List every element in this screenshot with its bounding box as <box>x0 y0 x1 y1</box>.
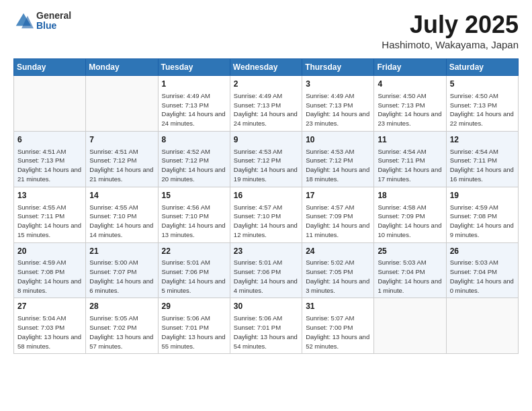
day-info: Sunrise: 4:50 AMSunset: 7:13 PMDaylight:… <box>450 91 515 128</box>
day-number: 22 <box>162 246 226 257</box>
day-number: 26 <box>450 246 515 257</box>
day-info: Sunrise: 4:53 AMSunset: 7:12 PMDaylight:… <box>306 147 370 184</box>
calendar-day-cell: 5Sunrise: 4:50 AMSunset: 7:13 PMDaylight… <box>446 76 518 132</box>
day-info: Sunrise: 5:04 AMSunset: 7:03 PMDaylight:… <box>17 314 82 351</box>
calendar-day-cell: 22Sunrise: 5:01 AMSunset: 7:06 PMDayligh… <box>158 242 230 298</box>
day-number: 18 <box>378 190 442 201</box>
day-number: 31 <box>306 301 370 312</box>
calendar-day-cell: 30Sunrise: 5:06 AMSunset: 7:01 PMDayligh… <box>230 298 302 354</box>
calendar-day-cell: 27Sunrise: 5:04 AMSunset: 7:03 PMDayligh… <box>14 298 86 354</box>
calendar-day-cell: 11Sunrise: 4:54 AMSunset: 7:11 PMDayligh… <box>374 131 446 187</box>
day-info: Sunrise: 4:54 AMSunset: 7:11 PMDaylight:… <box>378 147 442 184</box>
calendar-day-cell: 1Sunrise: 4:49 AMSunset: 7:13 PMDaylight… <box>158 76 230 132</box>
calendar-day-cell <box>446 298 518 354</box>
calendar-day-cell <box>374 298 446 354</box>
day-number: 16 <box>234 190 298 201</box>
day-info: Sunrise: 4:51 AMSunset: 7:13 PMDaylight:… <box>17 147 82 184</box>
day-info: Sunrise: 5:02 AMSunset: 7:05 PMDaylight:… <box>306 258 370 295</box>
logo-icon <box>13 11 34 31</box>
day-number: 11 <box>378 134 442 146</box>
calendar-week-row: 27Sunrise: 5:04 AMSunset: 7:03 PMDayligh… <box>14 298 519 354</box>
day-of-week-header: Sunday <box>14 59 86 76</box>
day-number: 15 <box>162 190 226 201</box>
calendar-subtitle: Hashimoto, Wakayama, Japan <box>382 39 519 50</box>
calendar-day-cell: 20Sunrise: 4:59 AMSunset: 7:08 PMDayligh… <box>14 242 86 298</box>
day-number: 20 <box>17 246 82 257</box>
logo-general: General <box>36 11 71 21</box>
calendar-day-cell: 10Sunrise: 4:53 AMSunset: 7:12 PMDayligh… <box>302 131 374 187</box>
title-area: July 2025 Hashimoto, Wakayama, Japan <box>382 11 519 50</box>
calendar-day-cell: 2Sunrise: 4:49 AMSunset: 7:13 PMDaylight… <box>230 76 302 132</box>
day-number: 13 <box>17 190 82 201</box>
calendar-day-cell: 26Sunrise: 5:03 AMSunset: 7:04 PMDayligh… <box>446 242 518 298</box>
calendar-day-cell <box>86 76 158 132</box>
day-number: 3 <box>306 79 370 90</box>
page: General Blue July 2025 Hashimoto, Wakaya… <box>0 0 532 365</box>
day-number: 1 <box>162 79 226 90</box>
header: General Blue July 2025 Hashimoto, Wakaya… <box>13 11 519 50</box>
calendar-day-cell: 28Sunrise: 5:05 AMSunset: 7:02 PMDayligh… <box>86 298 158 354</box>
day-info: Sunrise: 5:01 AMSunset: 7:06 PMDaylight:… <box>234 258 298 295</box>
day-number: 23 <box>234 246 298 257</box>
day-of-week-header: Friday <box>374 59 446 76</box>
logo: General Blue <box>13 11 71 32</box>
day-number: 4 <box>378 79 442 90</box>
calendar-day-cell: 19Sunrise: 4:59 AMSunset: 7:08 PMDayligh… <box>446 187 518 242</box>
day-number: 5 <box>450 79 515 90</box>
calendar-day-cell: 15Sunrise: 4:56 AMSunset: 7:10 PMDayligh… <box>158 187 230 242</box>
calendar-table: SundayMondayTuesdayWednesdayThursdayFrid… <box>13 58 519 354</box>
day-of-week-header: Monday <box>86 59 158 76</box>
day-info: Sunrise: 5:03 AMSunset: 7:04 PMDaylight:… <box>378 258 442 295</box>
calendar-day-cell: 9Sunrise: 4:53 AMSunset: 7:12 PMDaylight… <box>230 131 302 187</box>
day-info: Sunrise: 4:49 AMSunset: 7:13 PMDaylight:… <box>162 91 226 128</box>
day-number: 8 <box>162 134 226 146</box>
day-number: 7 <box>89 134 154 146</box>
calendar-day-cell: 12Sunrise: 4:54 AMSunset: 7:11 PMDayligh… <box>446 131 518 187</box>
day-number: 9 <box>234 134 298 146</box>
day-info: Sunrise: 4:50 AMSunset: 7:13 PMDaylight:… <box>378 91 442 128</box>
calendar-day-cell: 13Sunrise: 4:55 AMSunset: 7:11 PMDayligh… <box>14 187 86 242</box>
day-number: 2 <box>234 79 298 90</box>
day-number: 29 <box>162 301 226 312</box>
calendar-day-cell: 14Sunrise: 4:55 AMSunset: 7:10 PMDayligh… <box>86 187 158 242</box>
calendar-day-cell: 25Sunrise: 5:03 AMSunset: 7:04 PMDayligh… <box>374 242 446 298</box>
calendar-day-cell: 18Sunrise: 4:58 AMSunset: 7:09 PMDayligh… <box>374 187 446 242</box>
day-info: Sunrise: 5:05 AMSunset: 7:02 PMDaylight:… <box>89 314 154 351</box>
day-info: Sunrise: 5:07 AMSunset: 7:00 PMDaylight:… <box>306 314 370 351</box>
day-info: Sunrise: 4:49 AMSunset: 7:13 PMDaylight:… <box>306 91 370 128</box>
day-info: Sunrise: 4:52 AMSunset: 7:12 PMDaylight:… <box>162 147 226 184</box>
day-info: Sunrise: 4:55 AMSunset: 7:11 PMDaylight:… <box>17 203 82 240</box>
day-info: Sunrise: 5:00 AMSunset: 7:07 PMDaylight:… <box>89 258 154 295</box>
calendar-week-row: 1Sunrise: 4:49 AMSunset: 7:13 PMDaylight… <box>14 76 519 132</box>
calendar-day-cell: 16Sunrise: 4:57 AMSunset: 7:10 PMDayligh… <box>230 187 302 242</box>
calendar-day-cell: 7Sunrise: 4:51 AMSunset: 7:12 PMDaylight… <box>86 131 158 187</box>
day-of-week-header: Thursday <box>302 59 374 76</box>
logo-text: General Blue <box>36 11 71 32</box>
day-number: 27 <box>17 301 82 312</box>
calendar-day-cell <box>14 76 86 132</box>
day-info: Sunrise: 4:59 AMSunset: 7:08 PMDaylight:… <box>17 258 82 295</box>
day-number: 19 <box>450 190 515 201</box>
day-info: Sunrise: 5:03 AMSunset: 7:04 PMDaylight:… <box>450 258 515 295</box>
calendar-day-cell: 6Sunrise: 4:51 AMSunset: 7:13 PMDaylight… <box>14 131 86 187</box>
day-number: 17 <box>306 190 370 201</box>
calendar-week-row: 20Sunrise: 4:59 AMSunset: 7:08 PMDayligh… <box>14 242 519 298</box>
day-info: Sunrise: 5:06 AMSunset: 7:01 PMDaylight:… <box>234 314 298 351</box>
day-number: 30 <box>234 301 298 312</box>
day-info: Sunrise: 4:57 AMSunset: 7:10 PMDaylight:… <box>234 203 298 240</box>
day-info: Sunrise: 4:49 AMSunset: 7:13 PMDaylight:… <box>234 91 298 128</box>
day-info: Sunrise: 4:54 AMSunset: 7:11 PMDaylight:… <box>450 147 515 184</box>
calendar-week-row: 13Sunrise: 4:55 AMSunset: 7:11 PMDayligh… <box>14 187 519 242</box>
day-info: Sunrise: 4:58 AMSunset: 7:09 PMDaylight:… <box>378 203 442 240</box>
day-of-week-header: Saturday <box>446 59 518 76</box>
day-of-week-header: Wednesday <box>230 59 302 76</box>
calendar-day-cell: 21Sunrise: 5:00 AMSunset: 7:07 PMDayligh… <box>86 242 158 298</box>
day-number: 24 <box>306 246 370 257</box>
calendar-day-cell: 24Sunrise: 5:02 AMSunset: 7:05 PMDayligh… <box>302 242 374 298</box>
day-info: Sunrise: 5:01 AMSunset: 7:06 PMDaylight:… <box>162 258 226 295</box>
day-number: 21 <box>89 246 154 257</box>
day-info: Sunrise: 5:06 AMSunset: 7:01 PMDaylight:… <box>162 314 226 351</box>
day-info: Sunrise: 4:56 AMSunset: 7:10 PMDaylight:… <box>162 203 226 240</box>
day-number: 12 <box>450 134 515 146</box>
calendar-title: July 2025 <box>382 11 519 39</box>
